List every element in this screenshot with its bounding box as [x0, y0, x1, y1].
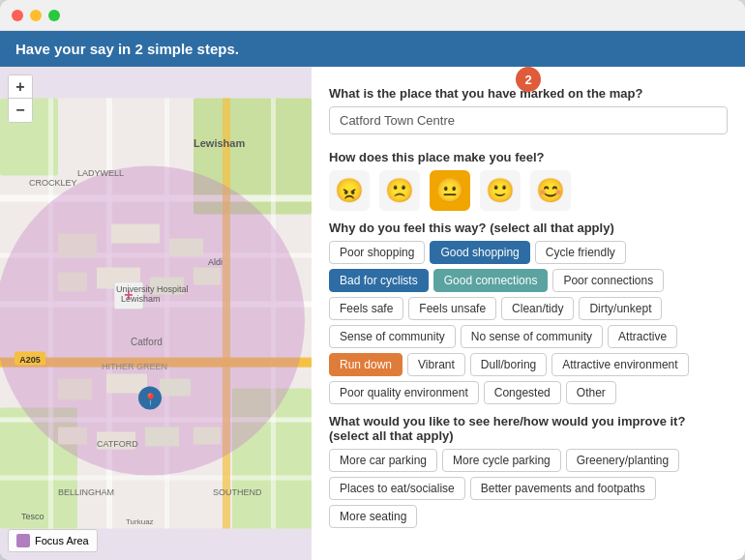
map-controls: + −: [8, 74, 33, 123]
main-content: + 📍 Lewisham CROCKLEY LADYWELL Universit…: [0, 67, 745, 560]
zoom-out-button[interactable]: −: [9, 99, 32, 122]
svg-rect-28: [58, 427, 87, 445]
tag-attractive-environment[interactable]: Attractive environment: [551, 353, 688, 376]
tag-dirty-unkept[interactable]: Dirty/unkept: [579, 297, 662, 320]
map-panel: + 📍 Lewisham CROCKLEY LADYWELL Universit…: [0, 67, 312, 560]
emoji-row: 😠 🙁 😐 🙂 😊: [329, 170, 728, 211]
tag-more-seating[interactable]: More seating: [329, 505, 417, 528]
svg-rect-30: [145, 427, 179, 447]
svg-text:Aldi: Aldi: [208, 257, 223, 267]
svg-rect-26: [106, 374, 147, 394]
svg-text:CROCKLEY: CROCKLEY: [29, 178, 77, 188]
svg-rect-27: [160, 379, 191, 397]
tag-feels-safe[interactable]: Feels safe: [329, 297, 403, 320]
emoji-very-unhappy[interactable]: 😠: [329, 170, 370, 211]
emoji-neutral[interactable]: 😐: [430, 170, 470, 211]
emoji-very-happy[interactable]: 😊: [530, 170, 571, 211]
legend-label: Focus Area: [35, 535, 89, 546]
improve-tags-container: More car parking More cycle parking Gree…: [329, 449, 728, 528]
tag-no-sense-of-community[interactable]: No sense of community: [461, 325, 603, 348]
maximize-btn[interactable]: [48, 10, 60, 21]
focus-area-legend: Focus Area: [8, 529, 98, 552]
svg-rect-10: [0, 476, 312, 481]
why-tags-container: Poor shopping Good shopping Cycle friend…: [329, 241, 728, 404]
tag-dull-boring[interactable]: Dull/boring: [470, 353, 547, 376]
titlebar: [0, 0, 745, 31]
emoji-unhappy[interactable]: 🙁: [379, 170, 420, 211]
svg-rect-20: [169, 239, 203, 256]
svg-text:Catford: Catford: [131, 337, 163, 347]
svg-text:Lewisham: Lewisham: [121, 294, 161, 304]
svg-text:SOUTHEND: SOUTHEND: [213, 487, 262, 497]
header-bar: Have your say in 2 simple steps.: [0, 31, 745, 67]
question-2: How does this place make you feel?: [329, 150, 728, 164]
tag-poor-quality-environment[interactable]: Poor quality environment: [329, 381, 479, 404]
tag-run-down[interactable]: Run down: [329, 353, 402, 376]
svg-text:University Hospital: University Hospital: [116, 284, 189, 294]
tag-more-cycle-parking[interactable]: More cycle parking: [442, 449, 561, 472]
legend-swatch: [16, 534, 30, 547]
svg-text:A205: A205: [19, 355, 41, 365]
tag-poor-connections[interactable]: Poor connections: [552, 269, 664, 292]
minimize-btn[interactable]: [30, 10, 42, 21]
tag-places-to-eat[interactable]: Places to eat/socialise: [329, 477, 465, 500]
tag-poor-shopping[interactable]: Poor shopping: [329, 241, 425, 264]
svg-rect-31: [194, 427, 221, 445]
tag-good-connections[interactable]: Good connections: [433, 269, 549, 292]
tag-sense-of-community[interactable]: Sense of community: [329, 325, 456, 348]
tag-greenery-planting[interactable]: Greenery/planting: [566, 449, 679, 472]
tag-attractive[interactable]: Attractive: [608, 325, 677, 348]
form-panel: 2 What is the place that you have marked…: [312, 67, 745, 560]
svg-rect-21: [58, 273, 87, 292]
emoji-happy[interactable]: 🙂: [480, 170, 521, 211]
tag-clean-tidy[interactable]: Clean/tidy: [501, 297, 574, 320]
tag-feels-unsafe[interactable]: Feels unsafe: [408, 297, 496, 320]
tag-more-car-parking[interactable]: More car parking: [329, 449, 437, 472]
map-svg: + 📍 Lewisham CROCKLEY LADYWELL Universit…: [0, 67, 312, 560]
tag-vibrant[interactable]: Vibrant: [407, 353, 465, 376]
place-input[interactable]: [329, 106, 728, 134]
svg-text:BELLINGHAM: BELLINGHAM: [58, 487, 114, 497]
tag-cycle-friendly[interactable]: Cycle friendly: [535, 241, 626, 264]
app-window: Have your say in 2 simple steps.: [0, 0, 745, 560]
tag-good-shopping[interactable]: Good shopping: [430, 241, 529, 264]
svg-text:Tesco: Tesco: [21, 512, 45, 521]
svg-rect-18: [58, 234, 97, 258]
svg-text:Lewisham: Lewisham: [194, 137, 245, 149]
tag-other[interactable]: Other: [566, 381, 616, 404]
svg-rect-19: [111, 224, 160, 244]
svg-rect-24: [194, 268, 221, 285]
tag-better-pavements[interactable]: Better pavements and footpaths: [470, 477, 656, 500]
svg-text:Turkuaz: Turkuaz: [126, 517, 154, 526]
step-badge: 2: [516, 67, 541, 92]
question-4: What would you like to see here/how woul…: [329, 414, 728, 443]
svg-text:HITHER GREEN: HITHER GREEN: [102, 362, 167, 371]
tag-congested[interactable]: Congested: [484, 381, 561, 404]
svg-text:LADYWELL: LADYWELL: [77, 168, 124, 178]
svg-rect-25: [58, 379, 92, 400]
question-3: Why do you feel this way? (select all th…: [329, 221, 728, 235]
zoom-in-button[interactable]: +: [9, 75, 32, 99]
svg-text:CATFORD: CATFORD: [97, 439, 138, 449]
header-text: Have your say in 2 simple steps.: [15, 41, 239, 57]
svg-text:📍: 📍: [143, 392, 158, 406]
tag-bad-for-cyclists[interactable]: Bad for cyclists: [329, 269, 429, 292]
close-btn[interactable]: [12, 10, 23, 21]
